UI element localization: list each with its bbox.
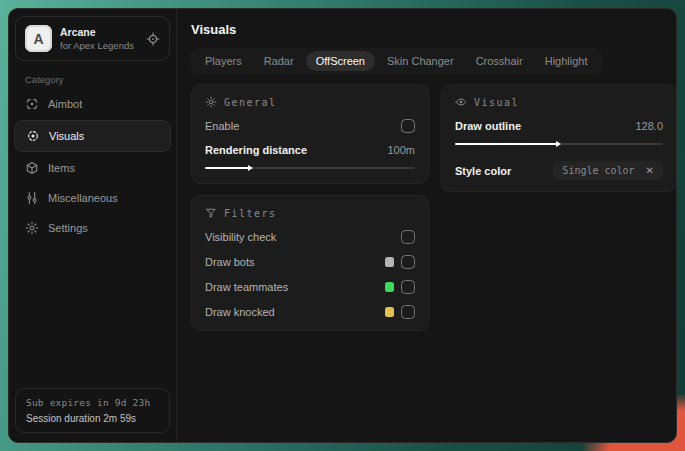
tab-radar[interactable]: Radar: [254, 51, 304, 71]
slider-fill: [205, 167, 249, 169]
sidebar-item-label: Miscellaneous: [48, 192, 118, 204]
general-panel-header: General: [205, 96, 415, 108]
panels-area: General Enable Rendering distance 100m: [191, 84, 677, 331]
draw-teammates-color-swatch[interactable]: [385, 282, 394, 292]
draw-bots-label: Draw bots: [205, 256, 255, 268]
slider-fill: [455, 143, 557, 145]
draw-bots-checkbox[interactable]: [401, 255, 415, 269]
clear-selection-icon[interactable]: ✕: [646, 166, 654, 176]
draw-knocked-checkbox[interactable]: [401, 305, 415, 319]
enable-row: Enable: [205, 118, 415, 133]
page-title: Visuals: [191, 22, 677, 37]
visual-panel-header: Visual: [455, 96, 663, 108]
rendering-distance-slider[interactable]: [205, 164, 415, 172]
tab-highlight[interactable]: Highlight: [535, 51, 598, 71]
rendering-distance-row: Rendering distance 100m: [205, 142, 415, 157]
target-icon[interactable]: [146, 32, 160, 46]
style-color-label: Style color: [455, 165, 511, 177]
tab-skin-changer[interactable]: Skin Changer: [377, 51, 464, 71]
app-logo: A: [25, 25, 52, 52]
filters-panel-header: Filters: [205, 207, 415, 219]
draw-outline-value: 128.0: [635, 120, 663, 132]
draw-bots-row: Draw bots: [205, 254, 415, 269]
app-window: A Arcane for Apex Legends Category: [8, 8, 677, 443]
sidebar-item-label: Visuals: [49, 130, 84, 142]
draw-teammates-row: Draw teammates: [205, 279, 415, 294]
sidebar-item-label: Settings: [48, 222, 88, 234]
sliders-icon: [25, 191, 39, 205]
eye-scan-icon: [26, 129, 40, 143]
gear-icon: [25, 221, 39, 235]
brand-card: A Arcane for Apex Legends: [15, 16, 170, 61]
draw-outline-row: Draw outline 128.0: [455, 118, 663, 133]
sidebar-item-aimbot[interactable]: Aimbot: [9, 89, 176, 119]
visual-panel-title: Visual: [474, 97, 519, 108]
draw-teammates-label: Draw teammates: [205, 281, 288, 293]
category-label: Category: [25, 74, 176, 85]
eye-icon: [455, 96, 467, 108]
enable-label: Enable: [205, 120, 239, 132]
enable-checkbox[interactable]: [401, 119, 415, 133]
draw-outline-slider[interactable]: [455, 140, 663, 148]
general-panel-title: General: [224, 97, 277, 108]
sun-gear-icon: [205, 96, 217, 108]
tab-crosshair[interactable]: Crosshair: [466, 51, 533, 71]
session-duration-text: Session duration 2m 59s: [26, 413, 159, 424]
box-icon: [25, 161, 39, 175]
crosshair-icon: [25, 97, 39, 111]
sub-expires-text: Sub expires in 9d 23h: [26, 397, 159, 408]
tab-players[interactable]: Players: [195, 51, 252, 71]
style-color-select[interactable]: Single color ✕: [553, 161, 663, 180]
rendering-distance-label: Rendering distance: [205, 144, 307, 156]
draw-outline-label: Draw outline: [455, 120, 521, 132]
sidebar-item-label: Items: [48, 162, 75, 174]
filters-panel-title: Filters: [224, 208, 277, 219]
sidebar: A Arcane for Apex Legends Category: [9, 9, 177, 442]
filters-panel: Filters Visibility check Draw bots: [191, 195, 429, 331]
draw-knocked-color-swatch[interactable]: [385, 307, 394, 317]
tab-bar: Players Radar OffScreen Skin Changer Cro…: [191, 48, 602, 74]
funnel-icon: [205, 207, 217, 219]
visibility-check-checkbox[interactable]: [401, 230, 415, 244]
style-color-row: Style color Single color ✕: [455, 161, 663, 180]
brand-text: Arcane for Apex Legends: [60, 26, 138, 51]
general-panel: General Enable Rendering distance 100m: [191, 84, 429, 184]
app-title: Arcane: [60, 26, 138, 38]
style-color-value: Single color: [562, 165, 634, 176]
visibility-check-label: Visibility check: [205, 231, 276, 243]
draw-knocked-row: Draw knocked: [205, 304, 415, 319]
sidebar-nav: Aimbot Visuals Items: [9, 89, 176, 243]
visual-panel: Visual Draw outline 128.0 Style color Si…: [441, 84, 677, 192]
draw-bots-color-swatch[interactable]: [385, 257, 394, 267]
draw-teammates-checkbox[interactable]: [401, 280, 415, 294]
tab-offscreen[interactable]: OffScreen: [306, 51, 375, 71]
rendering-distance-value: 100m: [387, 144, 415, 156]
visibility-check-row: Visibility check: [205, 229, 415, 244]
sidebar-item-label: Aimbot: [48, 98, 82, 110]
app-subtitle: for Apex Legends: [60, 40, 138, 51]
main-content: Visuals Players Radar OffScreen Skin Cha…: [177, 9, 677, 442]
draw-knocked-label: Draw knocked: [205, 306, 275, 318]
sidebar-item-miscellaneous[interactable]: Miscellaneous: [9, 183, 176, 213]
sidebar-item-settings[interactable]: Settings: [9, 213, 176, 243]
subscription-info-card: Sub expires in 9d 23h Session duration 2…: [15, 388, 170, 433]
sidebar-item-visuals[interactable]: Visuals: [14, 120, 171, 152]
sidebar-item-items[interactable]: Items: [9, 153, 176, 183]
